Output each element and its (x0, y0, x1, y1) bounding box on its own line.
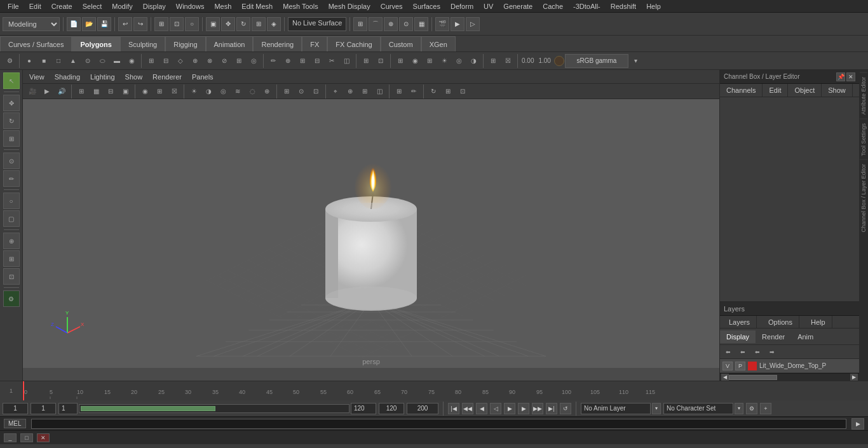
tab-fx-caching[interactable]: FX Caching (327, 36, 380, 51)
vp-menu-view[interactable]: View (27, 72, 47, 82)
paint-btn[interactable]: ✏ (3, 170, 20, 187)
canvas-area[interactable]: X Y Z persp (23, 99, 719, 368)
menu-generate[interactable]: Generate (498, 1, 538, 11)
smooth-icon[interactable]: ◎ (247, 54, 261, 68)
step-fwd-key-btn[interactable]: ▶▶ (532, 403, 543, 414)
frame-end-input[interactable] (379, 403, 404, 414)
layers-tab-anim[interactable]: Anim (791, 330, 820, 343)
vp-snap-icon[interactable]: ⌖ (329, 85, 342, 98)
cylinder-icon[interactable]: ⬭ (95, 54, 109, 68)
scroll-thumb[interactable] (729, 375, 777, 380)
vp-xray-icon[interactable]: ☒ (167, 85, 181, 98)
snap-grid-btn[interactable]: ⊞ (353, 17, 367, 31)
multi-cut-icon[interactable]: ✂ (325, 54, 339, 68)
menu-windows[interactable]: Windows (171, 1, 210, 11)
vp-menu-renderer[interactable]: Renderer (150, 72, 184, 82)
select-by-component-btn[interactable]: ⊡ (170, 17, 184, 31)
soft-select-btn[interactable]: ⊙ (3, 153, 20, 169)
menu-edit[interactable]: Edit (24, 1, 46, 11)
char-set-add-btn[interactable]: + (760, 403, 771, 414)
menu-create[interactable]: Create (46, 1, 78, 11)
vp-motion-blur-icon[interactable]: ≋ (231, 85, 245, 98)
quick-rig-btn[interactable]: ⚙ (3, 290, 20, 307)
play-fwd-btn[interactable]: ▶ (504, 403, 515, 414)
menu-surfaces[interactable]: Surfaces (408, 1, 445, 11)
vp-camera-icon[interactable]: 🎥 (25, 85, 39, 98)
ipr-btn[interactable]: ▷ (466, 17, 480, 31)
vp-wireframe-icon[interactable]: ⊞ (153, 85, 166, 98)
go-start-btn[interactable]: |◀ (448, 403, 459, 414)
menu-cache[interactable]: Cache (538, 1, 568, 11)
range-start-field[interactable]: 1 (58, 403, 78, 414)
wireframe-icon[interactable]: ⊞ (393, 54, 407, 68)
snap2together-btn[interactable]: ⊡ (3, 268, 20, 285)
bevel-icon[interactable]: ◇ (173, 54, 187, 68)
vp-resolution-icon[interactable]: ▣ (118, 85, 132, 98)
mel-badge[interactable]: MEL (4, 419, 26, 428)
cube-icon[interactable]: ■ (37, 54, 51, 68)
texture-icon[interactable]: ⊞ (423, 54, 437, 68)
snap-view-btn[interactable]: ▦ (414, 17, 428, 31)
tab-xgen[interactable]: XGen (421, 36, 456, 51)
vp-paint2-icon[interactable]: ✏ (407, 85, 421, 98)
tool-settings-tab[interactable]: Tool Settings (860, 119, 867, 160)
extrude-icon[interactable]: ⊞ (144, 54, 158, 68)
layers-tab-render[interactable]: Render (756, 330, 791, 343)
shadow-icon[interactable]: ◑ (466, 54, 480, 68)
playhead[interactable] (23, 381, 24, 400)
vp-exposure-icon[interactable]: ⊙ (294, 85, 308, 98)
menu-mesh-tools[interactable]: Mesh Tools (278, 1, 323, 11)
cb-pin-btn[interactable]: 📌 (836, 72, 845, 81)
layer-new2-icon[interactable]: ⬅ (736, 345, 750, 359)
vp-ao2-icon[interactable]: ◎ (216, 85, 230, 98)
separate-icon[interactable]: ⊘ (217, 54, 231, 68)
scale-btn[interactable]: ⊞ (3, 130, 20, 147)
snap-surface-btn[interactable]: ⊙ (399, 17, 413, 31)
menu-mesh-display[interactable]: Mesh Display (323, 1, 376, 11)
move-btn[interactable]: ✥ (3, 95, 20, 111)
vp-shading-icon[interactable]: ◉ (138, 85, 152, 98)
smooth-shade-icon[interactable]: ◉ (408, 54, 422, 68)
universal-tool-btn[interactable]: ◈ (267, 17, 281, 31)
frame-start-input[interactable] (3, 403, 28, 414)
scale-tool-btn[interactable]: ⊞ (252, 17, 266, 31)
tab-polygons[interactable]: Polygons (72, 36, 120, 51)
connect-icon[interactable]: ⊞ (295, 54, 309, 68)
tab-animation[interactable]: Animation (206, 36, 254, 51)
no-live-surface-btn[interactable]: No Live Surface (288, 17, 346, 31)
menu-edit-mesh[interactable]: Edit Mesh (236, 1, 278, 11)
vp-menu-lighting[interactable]: Lighting (88, 72, 118, 82)
pen-icon[interactable]: ✏ (266, 54, 280, 68)
step-back-key-btn[interactable]: ◀◀ (462, 403, 473, 414)
layers-menu-layers[interactable]: Layers (722, 316, 757, 329)
sculpt-btn[interactable]: ⊕ (3, 233, 20, 249)
go-end-btn[interactable]: ▶| (546, 403, 557, 414)
vp-menu-shading[interactable]: Shading (52, 72, 83, 82)
vp-loop-icon[interactable]: ⊞ (441, 85, 455, 98)
ao-icon[interactable]: ◎ (452, 54, 466, 68)
vp-orbit-icon[interactable]: ↻ (426, 85, 440, 98)
undo-btn[interactable]: ↩ (118, 17, 132, 31)
tab-rendering[interactable]: Rendering (253, 36, 302, 51)
move-tool-btn[interactable]: ✥ (221, 17, 235, 31)
light-icon[interactable]: ☀ (437, 54, 451, 68)
minimize-btn[interactable]: _ (4, 433, 17, 442)
step-fwd-btn[interactable]: ▶ (518, 403, 529, 414)
loop-btn[interactable]: ↺ (560, 403, 571, 414)
vp-anim-icon[interactable]: ▶ (40, 85, 54, 98)
layer-new4-icon[interactable]: ➡ (765, 345, 779, 359)
snap-curve-btn[interactable]: ⌒ (369, 17, 383, 31)
save-file-btn[interactable]: 💾 (97, 17, 111, 31)
layer-v-btn[interactable]: V (722, 362, 733, 370)
vp-sel-mask-icon[interactable]: ⊞ (74, 85, 88, 98)
tab-curves-surfaces[interactable]: Curves / Surfaces (0, 36, 72, 51)
insert-edge-icon[interactable]: ⊟ (310, 54, 324, 68)
mirror-icon[interactable]: ⊞ (359, 54, 373, 68)
cb-tab-object[interactable]: Object (788, 84, 822, 97)
tab-custom[interactable]: Custom (381, 36, 421, 51)
boolean-icon[interactable]: ⊞ (232, 54, 246, 68)
vp-symmetry-icon[interactable]: ⊡ (456, 85, 470, 98)
character-set-field[interactable]: No Character Set (663, 403, 733, 414)
vp-menu-panels[interactable]: Panels (189, 72, 216, 82)
menu-modify[interactable]: Modify (107, 1, 137, 11)
